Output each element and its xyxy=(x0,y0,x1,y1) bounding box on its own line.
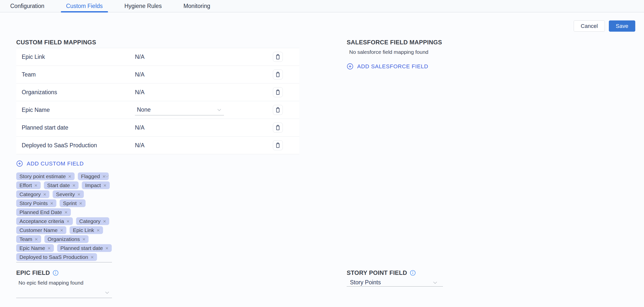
remove-chip-icon[interactable]: × xyxy=(103,219,106,224)
info-icon[interactable] xyxy=(53,270,58,276)
trash-icon xyxy=(274,107,281,113)
field-value: N/A xyxy=(135,124,273,131)
story-point-field-select[interactable]: Story Points xyxy=(347,279,443,287)
chip-label: Start date xyxy=(47,182,70,188)
chip-label: Category xyxy=(79,218,100,224)
delete-field-button[interactable] xyxy=(273,105,283,115)
chevron-down-icon[interactable] xyxy=(104,173,110,180)
delete-field-button[interactable] xyxy=(273,52,283,62)
field-chip[interactable]: Acceptance criteria× xyxy=(16,217,73,225)
remove-chip-icon[interactable]: × xyxy=(68,174,71,179)
chip-label: Severity xyxy=(56,191,75,197)
custom-field-mappings-table: Epic Link N/A Team N/A Organizations N/A xyxy=(16,48,299,154)
remove-chip-icon[interactable]: × xyxy=(72,183,75,188)
trash-icon xyxy=(274,89,281,95)
chip-label: Team xyxy=(20,236,32,242)
trash-icon xyxy=(274,142,281,149)
add-custom-field-button[interactable]: ADD CUSTOM FIELD xyxy=(16,160,84,167)
remove-chip-icon[interactable]: × xyxy=(43,192,46,197)
add-salesforce-field-label: ADD SALESFORCE FIELD xyxy=(357,63,428,70)
field-chip[interactable]: Story Points× xyxy=(16,199,56,207)
tab-configuration[interactable]: Configuration xyxy=(5,0,50,12)
remove-chip-icon[interactable]: × xyxy=(77,192,80,197)
field-name: Team xyxy=(22,71,135,78)
remove-chip-icon[interactable]: × xyxy=(66,219,70,224)
salesforce-field-mappings-section: SALESFORCE FIELD MAPPINGS No salesforce … xyxy=(347,39,521,70)
remove-chip-icon[interactable]: × xyxy=(82,237,85,242)
epic-field-section: EPIC FIELD No epic field mapping found xyxy=(16,269,112,298)
remove-chip-icon[interactable]: × xyxy=(91,255,94,260)
story-point-field-title: STORY POINT FIELD xyxy=(347,269,407,276)
remove-chip-icon[interactable]: × xyxy=(105,246,108,251)
plus-circle-icon xyxy=(16,160,23,167)
chevron-down-icon xyxy=(216,107,222,113)
cancel-button[interactable]: Cancel xyxy=(574,20,604,32)
epic-field-title: EPIC FIELD xyxy=(16,269,50,276)
salesforce-field-mappings-title: SALESFORCE FIELD MAPPINGS xyxy=(347,39,521,46)
remove-chip-icon[interactable]: × xyxy=(35,237,38,242)
field-name: Epic Link xyxy=(22,53,135,60)
chip-label: Story Points xyxy=(20,200,48,206)
remove-chip-icon[interactable]: × xyxy=(60,228,63,233)
field-chip[interactable]: Deployed to SaaS Production× xyxy=(16,253,97,261)
remove-chip-icon[interactable]: × xyxy=(96,228,100,233)
chip-label: Planned End Date xyxy=(20,209,62,215)
remove-chip-icon[interactable]: × xyxy=(64,210,67,215)
field-chip[interactable]: Customer Name× xyxy=(16,226,66,234)
field-chip[interactable]: Team× xyxy=(16,235,41,243)
table-row: Deployed to SaaS Production N/A xyxy=(16,137,299,154)
field-chip[interactable]: Category× xyxy=(76,217,109,225)
field-value: N/A xyxy=(135,142,273,149)
custom-field-mappings-title: CUSTOM FIELD MAPPINGS xyxy=(16,39,299,46)
trash-icon xyxy=(274,124,281,131)
field-chip[interactable]: Start date× xyxy=(44,181,78,189)
field-chip[interactable]: Severity× xyxy=(53,190,84,198)
chip-label: Deployed to SaaS Production xyxy=(20,254,88,260)
field-name: Planned start date xyxy=(22,124,135,131)
chip-label: Planned start date xyxy=(60,245,103,251)
trash-icon xyxy=(274,53,281,60)
add-salesforce-field-button[interactable]: ADD SALESFORCE FIELD xyxy=(347,63,428,70)
story-point-field-section: STORY POINT FIELD Story Points xyxy=(347,269,443,287)
info-icon[interactable] xyxy=(410,270,416,276)
field-name: Epic Name xyxy=(22,107,135,113)
field-chip[interactable]: Planned End Date× xyxy=(16,208,71,216)
field-mapping-select[interactable]: None xyxy=(135,104,224,115)
tab-bar: Configuration Custom Fields Hygiene Rule… xyxy=(0,0,644,12)
field-chip[interactable]: Epic Link× xyxy=(70,226,103,234)
delete-field-button[interactable] xyxy=(273,140,283,150)
delete-field-button[interactable] xyxy=(273,123,283,133)
field-chip[interactable]: Category× xyxy=(16,190,50,198)
field-chip[interactable]: Story point estimate× xyxy=(16,172,74,180)
remove-chip-icon[interactable]: × xyxy=(79,201,82,206)
chip-label: Acceptance criteria xyxy=(20,218,64,224)
plus-circle-icon xyxy=(347,63,354,70)
remove-chip-icon[interactable]: × xyxy=(50,201,53,206)
field-chip[interactable]: Organizations× xyxy=(44,235,89,243)
remove-chip-icon[interactable]: × xyxy=(34,183,38,188)
delete-field-button[interactable] xyxy=(273,87,283,97)
table-row: Epic Link N/A xyxy=(16,48,299,66)
chip-label: Effort xyxy=(20,182,32,188)
table-row: Organizations N/A xyxy=(16,83,299,101)
delete-field-button[interactable] xyxy=(273,69,283,79)
chip-label: Customer Name xyxy=(20,227,58,233)
chip-label: Epic Name xyxy=(20,245,45,251)
table-row: Epic Name None xyxy=(16,101,299,119)
remove-chip-icon[interactable]: × xyxy=(103,183,106,188)
field-chip[interactable]: Impact× xyxy=(82,181,110,189)
selected-value: None xyxy=(137,106,151,113)
tab-monitoring[interactable]: Monitoring xyxy=(178,0,215,12)
field-chip[interactable]: Planned start date× xyxy=(57,244,112,252)
available-fields-multiselect[interactable]: Story point estimate× Flagged× Effort× S… xyxy=(16,172,112,262)
field-chip[interactable]: Effort× xyxy=(16,181,41,189)
tab-hygiene-rules[interactable]: Hygiene Rules xyxy=(119,0,167,12)
chip-label: Organizations xyxy=(48,236,80,242)
epic-field-select[interactable] xyxy=(16,288,112,298)
field-chip[interactable]: Epic Name× xyxy=(16,244,54,252)
tab-custom-fields[interactable]: Custom Fields xyxy=(61,0,108,12)
save-button[interactable]: Save xyxy=(609,20,635,32)
field-chip[interactable]: Sprint× xyxy=(60,199,85,207)
remove-chip-icon[interactable]: × xyxy=(48,246,51,251)
action-buttons: Cancel Save xyxy=(574,20,635,32)
